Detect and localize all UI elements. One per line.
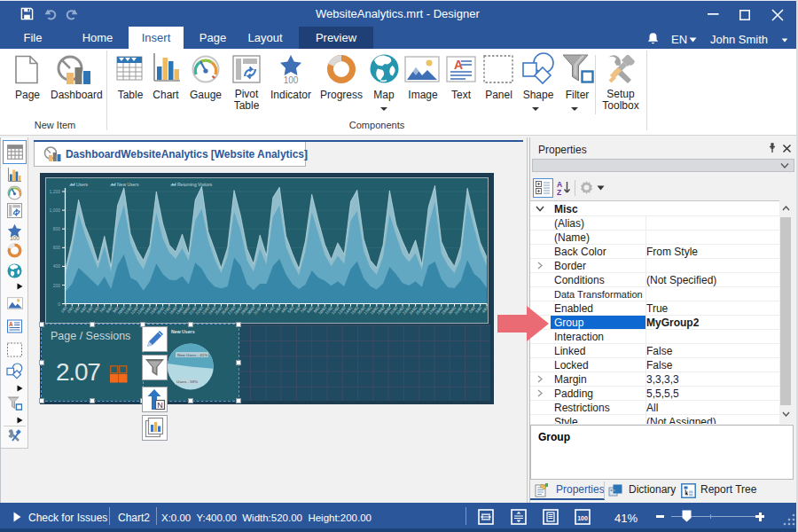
svg-text:1,000: 1,000 [49, 207, 60, 213]
svg-text:Returning Visitors: Returning Visitors [177, 182, 213, 187]
svg-text:600: 600 [53, 245, 61, 250]
svg-text:Users: Users [76, 182, 89, 187]
svg-text:200: 200 [53, 283, 61, 288]
svg-text:A: A [9, 321, 13, 327]
svg-text:100: 100 [10, 235, 20, 241]
svg-text:Z: Z [557, 188, 561, 196]
svg-text:4/01: 4/01 [481, 305, 488, 314]
svg-text:800: 800 [53, 226, 61, 231]
svg-text:0: 0 [58, 301, 60, 307]
svg-text:400: 400 [53, 263, 61, 269]
svg-text:100: 100 [284, 75, 299, 85]
svg-text:1,200: 1,200 [49, 189, 60, 194]
svg-text:N: N [157, 401, 163, 410]
svg-text:100: 100 [577, 515, 588, 521]
svg-text:New Users: New Users [117, 182, 139, 187]
